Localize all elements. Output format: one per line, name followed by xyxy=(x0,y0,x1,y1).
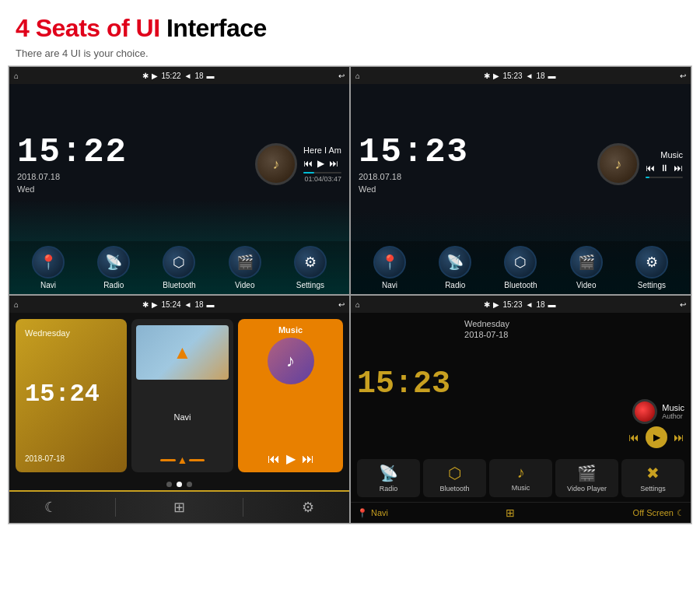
back-icon-3[interactable]: ↩ xyxy=(338,300,345,309)
ui4-clock: 15:23 xyxy=(357,366,450,401)
ui4-offscreen-icon: ☾ xyxy=(677,508,684,518)
next-btn-3[interactable]: ⏭ xyxy=(302,452,314,466)
play-btn-1[interactable]: ▶ xyxy=(317,158,324,169)
ui4-main: 15:23 Wednesday 2018-07-18 Music xyxy=(351,313,691,454)
music-controls-1: ⏮ ▶ ⏭ xyxy=(303,158,341,169)
navi-icon-1: 📍 xyxy=(32,246,65,279)
record-btn[interactable] xyxy=(632,399,657,424)
grid-btn[interactable]: ⊞ xyxy=(173,499,185,516)
navi-wave: ▲ xyxy=(160,454,205,466)
settings-taskbar-btn[interactable]: ⚙ xyxy=(302,499,314,516)
play-btn-3[interactable]: ▶ xyxy=(286,451,296,466)
video-label-2: Video xyxy=(576,281,596,289)
app-radio-1[interactable]: 📡 Radio xyxy=(97,246,130,289)
ui-cell-2: ⌂ ✱ ▶ 15:23 ◄ 18 ▬ ↩ 15:23 2018.07.18 We… xyxy=(350,66,691,295)
sig-icon-3: ▶ xyxy=(152,300,158,309)
ui4-app-bluetooth[interactable]: ⬡ Bluetooth xyxy=(423,459,486,497)
settings-icon-2: ⚙ xyxy=(635,246,668,279)
bluetooth-app-icon-1: ⬡ xyxy=(163,246,195,279)
bat-icon-3: ◄ xyxy=(184,300,192,309)
ui4-navi-btn[interactable]: 📍 Navi xyxy=(357,508,388,518)
ui1-clock: 15:22 2018.07.18 Wed xyxy=(17,135,128,194)
ui4-apps-icon[interactable]: ⊞ xyxy=(506,507,515,519)
dot-3 xyxy=(187,482,192,487)
back-icon-2[interactable]: ↩ xyxy=(680,72,686,80)
ui4-app-video[interactable]: 🎬 Video Player xyxy=(555,459,618,497)
ui4-music-icon: ♪ xyxy=(517,464,525,482)
pause-btn-2[interactable]: ⏸ xyxy=(660,163,669,174)
time-4: 15:23 xyxy=(502,300,522,309)
bat-level-3: 18 xyxy=(194,300,203,309)
back-icon-4[interactable]: ↩ xyxy=(680,300,686,309)
ui4-bluetooth-label: Bluetooth xyxy=(439,485,469,493)
ui4-prev[interactable]: ⏮ xyxy=(628,431,639,443)
radio-label-2: Radio xyxy=(445,281,465,289)
status-bar-3: ⌂ ✱ ▶ 15:24 ◄ 18 ▬ ↩ xyxy=(9,296,349,313)
ui2-day: Wed xyxy=(359,184,469,194)
next-btn-2[interactable]: ⏭ xyxy=(674,163,683,174)
status-bar-4: ⌂ ✱ ▶ 15:23 ◄ 18 ▬ ↩ xyxy=(351,296,691,313)
bt-icon-3: ✱ xyxy=(142,300,149,309)
app-radio-2[interactable]: 📡 Radio xyxy=(439,246,471,289)
time-display: 15:22 xyxy=(161,72,180,80)
navi-card-label: Navi xyxy=(173,412,191,422)
ui4-radio-icon: 📡 xyxy=(379,464,398,482)
next-btn-1[interactable]: ⏭ xyxy=(329,158,338,169)
prev-btn-3[interactable]: ⏮ xyxy=(268,452,280,466)
ui4-settings-icon: ✖ xyxy=(646,464,660,482)
page-title: 4 Seats of UI Interface xyxy=(16,14,684,43)
progress-fill-2 xyxy=(646,177,649,178)
ui4-navi-icon: 📍 xyxy=(357,508,368,518)
video-icon-1: 🎬 xyxy=(229,246,261,279)
video-icon-2: 🎬 xyxy=(570,246,603,279)
divider-2 xyxy=(243,498,243,517)
ui4-video-label: Video Player xyxy=(567,485,607,493)
sleep-btn[interactable]: ☾ xyxy=(44,499,57,516)
ui1-date: 2018.07.18 xyxy=(17,172,128,181)
app-navi-2[interactable]: 📍 Navi xyxy=(373,246,406,289)
ui4-offscreen-btn[interactable]: Off Screen ☾ xyxy=(633,508,684,518)
navi-map: ▲ xyxy=(136,325,229,380)
ui-grid: ⌂ ✱ ▶ 15:22 ◄ 18 ▬ ↩ 15:22 2018.07.18 W xyxy=(8,65,692,524)
ui4-app-music[interactable]: ♪ Music xyxy=(489,459,552,497)
divider-1 xyxy=(115,498,116,517)
card-date: 2018-07-18 xyxy=(25,454,117,463)
navi-icon-2: 📍 xyxy=(373,246,406,279)
ui4-left: 15:23 xyxy=(357,319,450,448)
app-navi-1[interactable]: 📍 Navi xyxy=(32,246,65,289)
ui4-next[interactable]: ⏭ xyxy=(674,431,684,443)
ui4-time: 15:23 xyxy=(357,366,450,401)
music-progress-2 xyxy=(646,177,683,178)
navi-label-1: Navi xyxy=(40,281,56,289)
app-bluetooth-2[interactable]: ⬡ Bluetooth xyxy=(504,246,537,289)
app-video-2[interactable]: 🎬 Video xyxy=(570,246,603,289)
ui4-play[interactable]: ▶ xyxy=(646,426,667,448)
card-navi[interactable]: ▲ Navi ▲ xyxy=(131,319,233,472)
time-3: 15:24 xyxy=(161,300,180,309)
dot-1 xyxy=(166,482,172,487)
bt-icon-4: ✱ xyxy=(484,300,490,309)
prev-btn-2[interactable]: ⏮ xyxy=(646,163,655,174)
status-bar-1: ⌂ ✱ ▶ 15:22 ◄ 18 ▬ ↩ xyxy=(9,67,349,84)
time-2: 15:23 xyxy=(502,72,522,80)
ui4-music-author: Author xyxy=(662,412,683,420)
prev-btn-1[interactable]: ⏮ xyxy=(303,158,313,169)
ui4-app-radio[interactable]: 📡 Radio xyxy=(357,459,420,497)
bluetooth-app-icon-2: ⬡ xyxy=(504,246,537,279)
ui4-radio-label: Radio xyxy=(380,485,398,493)
bat-icon-2: ◄ xyxy=(526,72,534,80)
back-icon[interactable]: ↩ xyxy=(338,72,345,80)
page-header: 4 Seats of UI Interface There are 4 UI i… xyxy=(0,0,700,65)
screen-icon-4: ▬ xyxy=(548,300,556,309)
screen-icon-3: ▬ xyxy=(207,300,215,309)
navi-arrow-icon: ▲ xyxy=(173,342,192,363)
app-settings-2[interactable]: ⚙ Settings xyxy=(635,246,668,289)
ui4-app-settings[interactable]: ✖ Settings xyxy=(621,459,684,497)
ui2-time: 15:23 xyxy=(359,135,469,169)
app-bluetooth-1[interactable]: ⬡ Bluetooth xyxy=(163,246,195,289)
battery-icon: ◄ xyxy=(184,72,192,80)
app-settings-1[interactable]: ⚙ Settings xyxy=(294,246,327,289)
battery-level: 18 xyxy=(194,72,203,80)
app-video-1[interactable]: 🎬 Video xyxy=(229,246,261,289)
home-icon-2: ⌂ xyxy=(355,72,360,80)
